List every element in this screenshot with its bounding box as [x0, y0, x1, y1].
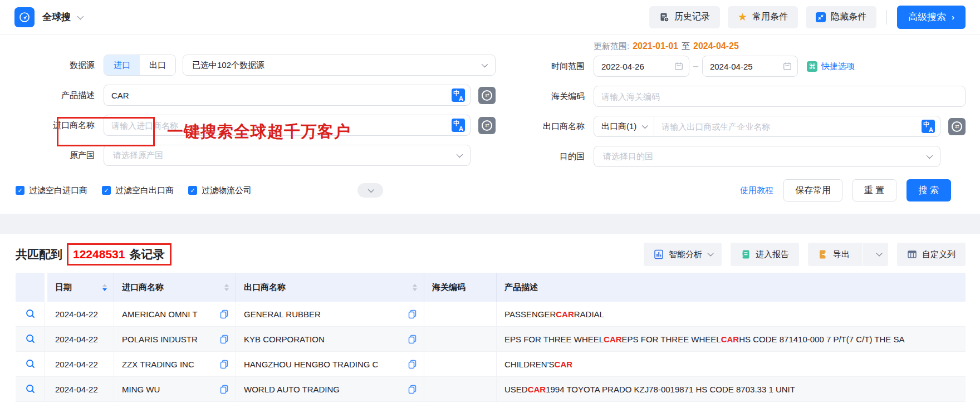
- origin-row: 原产国 请选择原产国: [0, 145, 496, 166]
- export-dropdown-button[interactable]: [868, 243, 888, 266]
- view-detail-button[interactable]: [25, 358, 36, 370]
- hscode-label: 海关编码: [496, 91, 594, 102]
- translate-icon[interactable]: 中A: [452, 119, 465, 132]
- export-toggle[interactable]: 出口: [140, 55, 175, 75]
- divider: [886, 10, 887, 24]
- arrow-right-icon: ›: [952, 12, 954, 22]
- exporter-type-select[interactable]: 出口商(1): [594, 116, 654, 136]
- copy-icon[interactable]: [219, 309, 229, 319]
- chevron-down-icon: [457, 151, 463, 158]
- synonym-search-button[interactable]: ⇄: [478, 87, 496, 104]
- header-date[interactable]: 日期: [47, 273, 114, 302]
- command-icon: ⌘: [807, 61, 817, 72]
- date-cell: 2024-04-22: [47, 352, 114, 376]
- product-input[interactable]: [104, 85, 452, 105]
- synonym-search-button[interactable]: ⇄: [948, 118, 966, 135]
- keyword-highlight: CAR: [556, 309, 574, 319]
- app-title[interactable]: 全球搜: [42, 11, 71, 23]
- search-button[interactable]: 搜 索: [906, 179, 951, 201]
- hide-conditions-button[interactable]: 隐藏条件: [806, 6, 876, 28]
- checkbox-checked-icon[interactable]: ✓: [102, 186, 111, 195]
- enter-report-button[interactable]: 进入报告: [731, 243, 799, 266]
- tutorial-link[interactable]: 使用教程: [740, 185, 773, 196]
- expand-conditions-button[interactable]: [357, 183, 383, 198]
- exporter-name: GENERAL RUBBER: [244, 309, 321, 319]
- view-detail-button[interactable]: [25, 308, 36, 319]
- row-detail-cell: [16, 377, 45, 401]
- swap-icon: ⇄: [482, 90, 492, 101]
- product-description-cell: PASSENGER CAR RADIAL: [497, 302, 966, 326]
- export-button[interactable]: 导出: [808, 243, 857, 266]
- synonym-search-button[interactable]: ⇄: [478, 117, 496, 134]
- header-importer[interactable]: 进口商名称: [114, 273, 236, 302]
- exporter-cell: HANGZHOU HENGBO TRADING C: [236, 352, 424, 376]
- product-input-wrap: 中A: [104, 85, 471, 106]
- exporter-combo: 出口商(1) 中A: [594, 116, 940, 137]
- sort-icons[interactable]: [219, 284, 229, 291]
- favorite-conditions-button[interactable]: ★ 常用条件: [728, 6, 798, 28]
- quick-options-link[interactable]: ⌘ 快捷选项: [807, 61, 855, 72]
- customize-columns-button[interactable]: 自定义列: [897, 243, 966, 266]
- checkbox-checked-icon[interactable]: ✓: [188, 186, 197, 195]
- search-form: 数据源 进口 出口 已选中102个数据源 产品描述 中A ⇄: [0, 35, 980, 214]
- filter-blank-exporter: ✓ 过滤空白出口商: [102, 185, 174, 196]
- divider: [863, 243, 863, 266]
- product-description-cell: USED CAR 1994 TOYOTA PRADO KZJ78-0019871…: [497, 377, 966, 401]
- exporter-label: 出口商名称: [496, 121, 594, 132]
- chevron-down-icon[interactable]: [77, 13, 84, 19]
- copy-icon[interactable]: [408, 360, 417, 369]
- description-text: PASSENGER: [504, 309, 556, 319]
- copy-icon[interactable]: [408, 385, 417, 394]
- description-text: RADIAL: [574, 309, 604, 319]
- copy-icon[interactable]: [219, 360, 229, 369]
- import-toggle[interactable]: 进口: [104, 55, 140, 75]
- checkbox-checked-icon[interactable]: ✓: [16, 186, 24, 195]
- table-body: 2024-04-22 AMERICAN OMNI T GENERAL RUBBE…: [16, 302, 966, 402]
- copy-icon[interactable]: [408, 309, 417, 319]
- origin-label: 原产国: [0, 150, 104, 161]
- chevron-down-icon: [642, 122, 648, 129]
- sort-icons[interactable]: [407, 284, 417, 291]
- hscode-cell: [424, 327, 497, 351]
- header-exporter[interactable]: 出口商名称: [236, 273, 424, 302]
- keyword-highlight: CAR: [528, 385, 546, 394]
- copy-icon[interactable]: [219, 385, 229, 394]
- importer-name: MING WU: [122, 385, 160, 394]
- star-icon: ★: [738, 12, 747, 22]
- description-text: CHILDREN'S: [504, 360, 555, 369]
- filter-blank-importer: ✓ 过滤空白进口商: [16, 185, 87, 196]
- advanced-search-button[interactable]: 高级搜索 ›: [897, 6, 966, 29]
- importer-name: AMERICAN OMNI T: [122, 309, 198, 319]
- description-text: 1994 TOYOTA PRADO KZJ78-0019871 HS CODE …: [546, 385, 795, 394]
- sort-icons[interactable]: [97, 284, 107, 291]
- update-start-date: 2021-01-01: [633, 41, 678, 51]
- translate-icon[interactable]: 中A: [452, 89, 465, 102]
- chevron-down-icon: [707, 250, 713, 256]
- exporter-row: 出口商名称 出口商(1) 中A ⇄: [496, 116, 966, 137]
- destination-select[interactable]: 请选择目的国: [594, 146, 940, 167]
- translate-icon[interactable]: 中A: [922, 120, 935, 133]
- exporter-input[interactable]: [654, 116, 922, 136]
- origin-select[interactable]: 请选择原产国: [104, 145, 471, 166]
- calendar-icon: [674, 62, 683, 71]
- date-cell: 2024-04-22: [47, 302, 114, 326]
- copy-icon[interactable]: [408, 335, 417, 344]
- hscode-input[interactable]: [594, 86, 960, 106]
- history-button[interactable]: 历史记录: [649, 6, 720, 28]
- view-detail-button[interactable]: [25, 384, 36, 395]
- smart-analysis-button[interactable]: 智能分析: [644, 243, 722, 266]
- hscode-row: 海关编码: [496, 86, 966, 107]
- reset-button[interactable]: 重 置: [852, 179, 896, 201]
- importer-input[interactable]: [104, 115, 452, 135]
- copy-icon[interactable]: [219, 335, 229, 344]
- view-detail-button[interactable]: [25, 333, 36, 345]
- datasource-select[interactable]: 已选中102个数据源: [183, 55, 496, 76]
- header-detail-column: [16, 273, 45, 302]
- match-summary: 共匹配到 12248531 条记录: [16, 243, 171, 266]
- importer-input-wrap: 中A: [104, 115, 471, 136]
- start-date-picker[interactable]: 2022-04-26: [594, 56, 689, 77]
- update-end-date: 2024-04-25: [693, 41, 739, 51]
- end-date-picker[interactable]: 2024-04-25: [702, 56, 798, 77]
- save-conditions-button[interactable]: 保存常用: [783, 179, 842, 201]
- description-text: EPS FOR THREE WHEEL: [504, 335, 604, 344]
